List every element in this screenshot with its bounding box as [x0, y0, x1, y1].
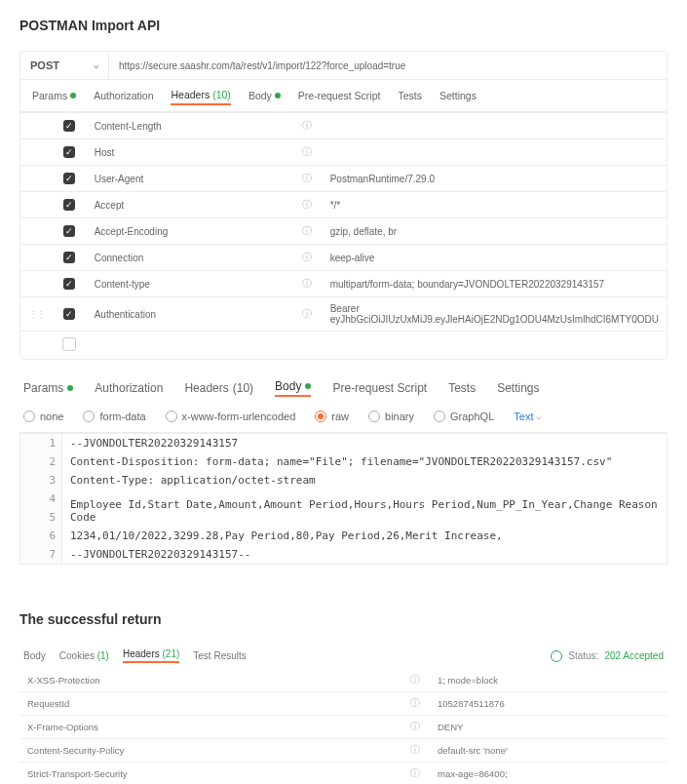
header-checkbox[interactable]: ✓ [63, 252, 75, 263]
header-value[interactable]: keep-alive [323, 245, 667, 271]
header-value[interactable]: Bearer eyJhbGciOiJIUzUxMiJ9.eyJleHAiOjE2… [323, 297, 667, 332]
body-type-radios: noneform-datax-www-form-urlencodedrawbin… [19, 403, 668, 432]
response-header-row: Content-Security-Policyⓘdefault-src 'non… [19, 739, 668, 763]
header-key[interactable]: Connection [87, 245, 295, 271]
radio-binary[interactable]: binary [368, 411, 414, 422]
tab-tests[interactable]: Tests [398, 86, 422, 105]
code-line[interactable]: 1234,01/10/2022,3299.28,Pay Period,80,Pa… [62, 527, 667, 545]
header-checkbox[interactable]: ✓ [63, 146, 75, 158]
header-checkbox[interactable]: ✓ [63, 278, 75, 290]
header-key[interactable] [87, 332, 295, 360]
header-checkbox[interactable]: ✓ [63, 308, 75, 320]
tab-params[interactable]: Params [23, 379, 73, 397]
radio-form-data[interactable]: form-data [83, 411, 145, 422]
method-select[interactable]: POST ⌵ [20, 52, 109, 79]
header-key[interactable]: Content-type [87, 271, 295, 297]
response-tabs: BodyCookies (1)Headers (21)Test ResultsS… [19, 645, 668, 667]
header-value[interactable]: */* [323, 192, 667, 218]
tab-body[interactable]: Body [248, 86, 281, 105]
radio-GraphQL[interactable]: GraphQL [434, 411, 494, 422]
request-panel: POST ⌵ https://secure.saashr.com/ta/rest… [19, 51, 668, 360]
header-row: ✓Acceptⓘ*/* [20, 192, 667, 218]
tab-settings[interactable]: Settings [439, 86, 477, 105]
code-line[interactable]: Content-Type: application/octet-stream [62, 471, 667, 490]
header-key[interactable]: Host [87, 139, 295, 166]
info-icon: ⓘ [294, 245, 322, 271]
resp-header-value: default-src 'none' [430, 739, 668, 763]
tab-body[interactable]: Body [275, 379, 311, 397]
radio-x-www-form-urlencoded[interactable]: x-www-form-urlencoded [166, 411, 296, 422]
header-key[interactable]: Content-Length [87, 113, 295, 139]
tab-params[interactable]: Params [32, 86, 76, 105]
tab-authorization[interactable]: Authorization [95, 379, 163, 397]
code-line[interactable]: --JVONDOLTER20220329143157-- [62, 545, 667, 564]
info-icon: ⓘ [401, 692, 430, 716]
request-tabs-1: Params AuthorizationHeaders (10)Body Pre… [20, 80, 667, 112]
line-number: 2 [20, 452, 62, 471]
page-title: POSTMAN Import API [19, 18, 668, 33]
header-key[interactable]: Accept [87, 192, 295, 218]
header-checkbox[interactable]: ✓ [63, 225, 75, 237]
header-key[interactable]: Authentication [87, 297, 295, 332]
info-icon: ⓘ [401, 716, 430, 739]
globe-icon [551, 650, 562, 662]
info-icon: ⓘ [294, 297, 322, 332]
resp-tab-cookies[interactable]: Cookies (1) [59, 650, 109, 661]
header-value[interactable] [323, 113, 667, 139]
tab-authorization[interactable]: Authorization [94, 86, 153, 105]
line-number: 3 [20, 471, 62, 490]
header-key[interactable]: Accept-Encoding [87, 218, 295, 245]
resp-header-key: Content-Security-Policy [19, 739, 401, 763]
return-title: The successful return [19, 611, 668, 627]
header-row: ✓Accept-Encodingⓘgzip, deflate, br [20, 218, 667, 245]
header-value[interactable]: gzip, deflate, br [323, 218, 667, 245]
radio-none[interactable]: none [23, 411, 63, 422]
header-row: ✓Content-Lengthⓘ [20, 113, 667, 139]
request-line: POST ⌵ https://secure.saashr.com/ta/rest… [20, 52, 667, 80]
code-line[interactable]: --JVONDOLTER20220329143157 [62, 434, 667, 452]
line-number: 5 [20, 508, 62, 527]
tab-settings[interactable]: Settings [497, 379, 539, 397]
resp-tab-headers[interactable]: Headers (21) [123, 648, 179, 663]
raw-body[interactable]: 1234567 --JVONDOLTER20220329143157Conten… [20, 433, 667, 564]
header-value[interactable] [323, 139, 667, 166]
code-line[interactable]: Employee Id,Start Date,Amount,Amount Per… [62, 495, 667, 527]
header-value[interactable] [323, 332, 667, 360]
header-checkbox[interactable]: ✓ [63, 120, 75, 132]
header-key[interactable]: User-Agent [87, 166, 295, 192]
drag-handle-icon[interactable]: ⋮⋮ [28, 309, 44, 320]
response-header-row: Strict-Transport-Securityⓘmax-age=86400; [19, 763, 668, 785]
body-format-select[interactable]: Text ⌵ [514, 411, 541, 422]
headers-table: ✓Content-Lengthⓘ✓Hostⓘ✓User-AgentⓘPostma… [20, 112, 667, 359]
method-label: POST [30, 59, 59, 71]
line-number: 7 [20, 545, 62, 564]
info-icon: ⓘ [294, 218, 322, 245]
tab-headers[interactable]: Headers (10) [171, 86, 230, 105]
info-icon: ⓘ [401, 739, 430, 763]
radio-raw[interactable]: raw [315, 411, 349, 422]
header-row: ⋮⋮✓AuthenticationⓘBearer eyJhbGciOiJIUzU… [20, 297, 667, 332]
info-icon: ⓘ [294, 166, 322, 192]
header-value[interactable]: multipart/form-data; boundary=JVONDOLTER… [323, 271, 667, 297]
line-number: 6 [20, 527, 62, 545]
header-checkbox[interactable] [62, 337, 76, 351]
resp-header-key: RequestId [19, 692, 401, 716]
resp-header-value: 1052874511876 [430, 692, 668, 716]
response-header-row: X-XSS-Protectionⓘ1; mode=block [19, 669, 668, 692]
tab-tests[interactable]: Tests [448, 379, 476, 397]
tab-pre-request-script[interactable]: Pre-request Script [332, 379, 427, 397]
header-value[interactable]: PostmanRuntime/7.29.0 [323, 166, 667, 192]
resp-tab-body[interactable]: Body [23, 650, 46, 661]
tab-pre-request-script[interactable]: Pre-request Script [298, 86, 381, 105]
resp-header-value: 1; mode=block [430, 669, 668, 692]
header-row [20, 332, 667, 360]
response-header-row: RequestIdⓘ1052874511876 [19, 692, 668, 716]
header-checkbox[interactable]: ✓ [63, 199, 75, 211]
header-checkbox[interactable]: ✓ [63, 173, 75, 184]
code-line[interactable]: Content-Disposition: form-data; name="Fi… [62, 452, 667, 471]
info-icon: ⓘ [294, 192, 322, 218]
resp-tab-test-results[interactable]: Test Results [193, 650, 246, 661]
info-icon: ⓘ [294, 271, 322, 297]
tab-headers[interactable]: Headers (10) [184, 379, 253, 397]
url-input[interactable]: https://secure.saashr.com/ta/rest/v1/imp… [109, 53, 667, 79]
